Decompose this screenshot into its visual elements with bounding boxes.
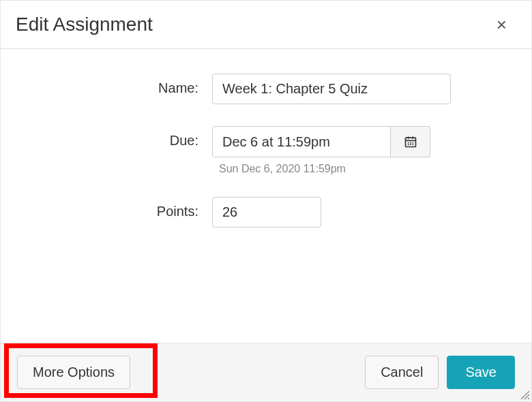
cancel-button[interactable]: Cancel [365,356,439,389]
due-helper-text: Sun Dec 6, 2020 11:59pm [212,163,504,175]
name-label: Name: [28,74,212,96]
dialog-footer: More Options Cancel Save [1,343,531,401]
due-label: Due: [28,126,212,149]
save-button[interactable]: Save [447,356,515,389]
calendar-button[interactable] [391,126,430,157]
points-field [212,197,504,228]
due-row: Due: [28,126,504,175]
name-field [212,74,504,104]
name-input[interactable] [212,74,451,104]
more-options-button[interactable]: More Options [17,356,130,389]
close-icon: × [497,14,507,35]
dialog-header: Edit Assignment × [1,1,531,49]
edit-assignment-dialog: Edit Assignment × Name: Due: [0,0,532,402]
due-field: Sun Dec 6, 2020 11:59pm [212,126,504,175]
dialog-title: Edit Assignment [16,14,153,35]
footer-right: Cancel Save [365,356,515,389]
points-input[interactable] [212,197,321,228]
points-row: Points: [28,197,504,228]
due-input[interactable] [212,126,391,157]
points-label: Points: [28,197,212,219]
calendar-icon [404,135,417,149]
name-row: Name: [28,74,504,104]
close-button[interactable]: × [491,13,512,36]
dialog-content: Name: Due: [1,49,531,343]
due-input-group [212,126,504,157]
